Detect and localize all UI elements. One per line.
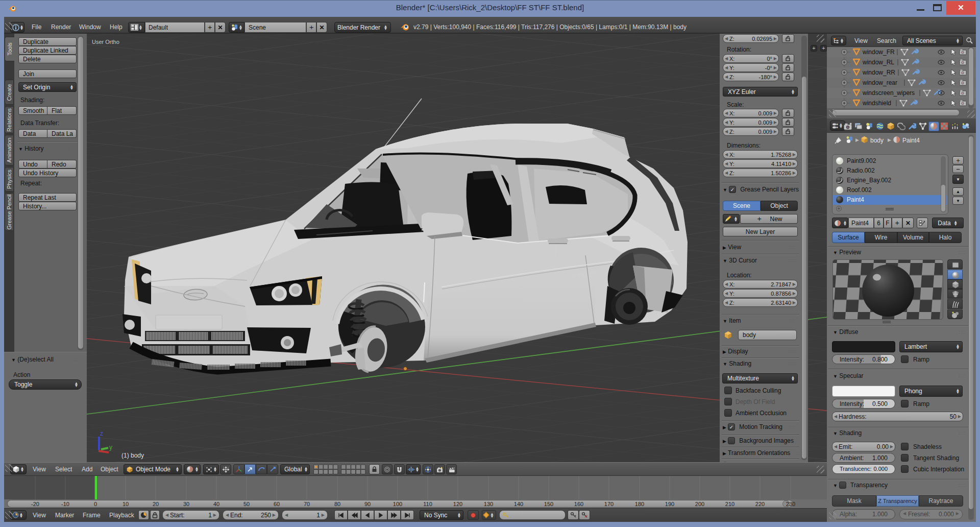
svg-text:10: 10 bbox=[122, 501, 129, 507]
svg-text:y: y bbox=[109, 444, 112, 451]
svg-text:0: 0 bbox=[94, 501, 97, 507]
svg-text:window_FR: window_FR bbox=[862, 49, 895, 56]
svg-text:70: 70 bbox=[304, 501, 310, 507]
svg-text:210: 210 bbox=[725, 501, 734, 507]
svg-text:230: 230 bbox=[786, 501, 795, 507]
svg-text:User Ortho: User Ortho bbox=[92, 39, 119, 45]
svg-text:200: 200 bbox=[695, 501, 704, 507]
svg-text:180: 180 bbox=[635, 501, 644, 507]
svg-text:30: 30 bbox=[183, 501, 189, 507]
svg-text:160: 160 bbox=[574, 501, 583, 507]
svg-text:window_rear: window_rear bbox=[862, 79, 897, 86]
svg-text:100: 100 bbox=[393, 501, 402, 507]
svg-text:220: 220 bbox=[755, 501, 765, 507]
svg-text:20: 20 bbox=[153, 501, 159, 507]
svg-text:50: 50 bbox=[243, 501, 250, 507]
svg-text:140: 140 bbox=[514, 501, 523, 507]
svg-text:(1) body: (1) body bbox=[121, 452, 144, 459]
svg-text:window_RL: window_RL bbox=[862, 59, 894, 66]
svg-text:-10: -10 bbox=[61, 501, 69, 507]
svg-text:170: 170 bbox=[604, 501, 614, 507]
svg-text:z: z bbox=[100, 430, 103, 437]
svg-text:90: 90 bbox=[364, 501, 371, 507]
svg-text:40: 40 bbox=[213, 501, 219, 507]
svg-text:windscreen_wipers: windscreen_wipers bbox=[862, 89, 915, 97]
svg-text:windshield: windshield bbox=[862, 100, 891, 107]
svg-text:190: 190 bbox=[665, 501, 674, 507]
svg-text:-20: -20 bbox=[31, 501, 39, 507]
svg-text:110: 110 bbox=[423, 501, 432, 507]
svg-text:80: 80 bbox=[334, 501, 340, 507]
svg-text:window_RR: window_RR bbox=[862, 69, 895, 76]
svg-text:130: 130 bbox=[484, 501, 493, 507]
svg-text:60: 60 bbox=[274, 501, 280, 507]
svg-text:120: 120 bbox=[453, 501, 462, 507]
svg-text:150: 150 bbox=[544, 501, 553, 507]
